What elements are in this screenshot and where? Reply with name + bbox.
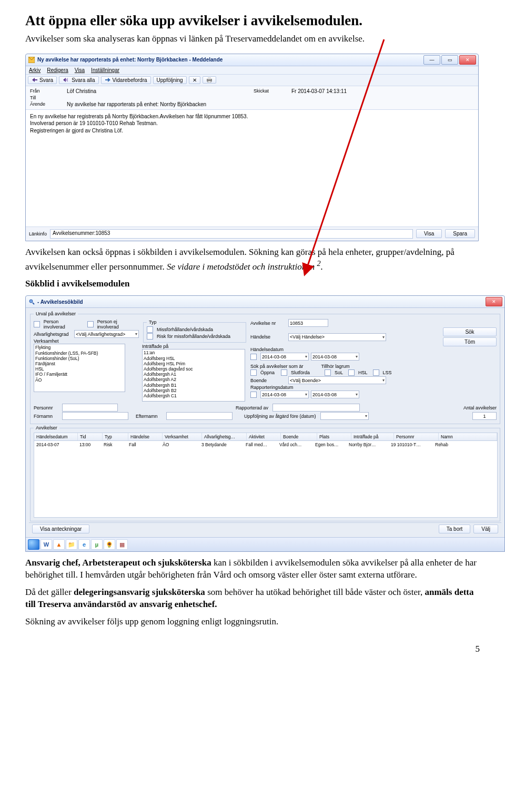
boende-select[interactable]: <Välj Boende> — [288, 376, 386, 384]
paragraph-5: Sökning av avvikelser följs upp genom lo… — [25, 616, 480, 628]
to-label: Till — [30, 95, 63, 100]
oppna-checkbox[interactable] — [250, 369, 257, 376]
app-icon-2[interactable]: ▦ — [116, 539, 128, 550]
to-value — [67, 95, 249, 100]
typ-risk-checkbox[interactable] — [147, 333, 153, 340]
from-value: Löf Christina — [67, 88, 249, 94]
efternamn-input[interactable] — [166, 412, 233, 420]
sol-checkbox[interactable] — [325, 369, 331, 376]
rapporterad-av-input[interactable] — [272, 404, 360, 412]
subject-value: Ny avvikelse har rapporterats på enhet: … — [67, 101, 474, 107]
delete-icon: ✕ — [193, 77, 197, 83]
page-title: Att öppna eller söka upp avvikelser i av… — [25, 13, 480, 29]
visa-anteckningar-button[interactable]: Visa anteckningar — [32, 525, 89, 533]
avvikelse-nr-input[interactable]: 10853 — [288, 319, 328, 327]
sunflower-icon[interactable]: 🌻 — [104, 539, 115, 550]
print-icon — [206, 77, 213, 83]
paragraph-3: Ansvarig chef, Arbetsterapeut och sjuksk… — [25, 557, 480, 581]
vidarebefordra-button[interactable]: Vidarebefordra — [101, 76, 151, 84]
avvikelser-group: Avvikelser HändelsedatumTidTypHändelseVe… — [30, 425, 500, 521]
maximize-button[interactable]: ▭ — [441, 55, 458, 65]
ta-bort-button[interactable]: Ta bort — [439, 525, 471, 533]
table-row[interactable]: 2014-03-0713:00RiskFallÄO3 BetydandeFall… — [34, 441, 497, 448]
svg-line-0 — [305, 39, 384, 273]
tom-button[interactable]: Töm — [443, 337, 497, 346]
antal-value: 1 — [472, 412, 497, 420]
valj-button[interactable]: Välj — [473, 525, 498, 533]
reply-icon — [32, 77, 38, 83]
forward-icon — [105, 77, 111, 83]
person-involverad-checkbox[interactable] — [34, 321, 40, 327]
folder-icon[interactable]: 📁 — [66, 539, 77, 550]
allvarlighetsgrad-select[interactable]: <Välj Allvarlighetsgrad> — [74, 330, 139, 338]
svg-rect-4 — [208, 81, 211, 83]
handelse-select[interactable]: <Välj Händelse> — [288, 333, 386, 341]
reply-all-icon — [63, 77, 70, 83]
hdatum-from[interactable]: 2014-03-08 — [260, 353, 309, 361]
lss-checkbox[interactable] — [373, 369, 379, 376]
svg-point-5 — [29, 300, 33, 303]
utorrent-icon[interactable]: µ — [91, 539, 103, 550]
svara-button[interactable]: Svara — [28, 76, 57, 84]
sok-button[interactable]: Sök — [443, 327, 497, 336]
verksamhet-listbox[interactable]: FlyktingFunktionshinder (LSS, PA-SFB)Fun… — [34, 344, 125, 392]
close-button[interactable]: ✕ — [486, 297, 502, 306]
svg-line-6 — [33, 303, 34, 304]
paragraph-1: Avvikelsen kan också öppnas i sökbilden … — [25, 246, 480, 273]
hdatum-checkbox[interactable] — [250, 354, 257, 360]
intraffade-listbox[interactable]: 11:anAdolfsberg HSLAdolfsberg HSL PrimAd… — [142, 349, 245, 402]
fornamn-input[interactable] — [62, 412, 128, 420]
pointer-arrow — [295, 37, 389, 279]
paragraph-4: Då det gäller delegeringsansvarig sjuksk… — [25, 587, 480, 611]
spara-button[interactable]: Spara — [445, 229, 475, 238]
from-label: Från — [30, 88, 63, 94]
person-ej-involverad-checkbox[interactable] — [87, 321, 94, 327]
menu-redigera[interactable]: Redigera — [47, 67, 68, 73]
slutforda-checkbox[interactable] — [281, 369, 287, 376]
lead-paragraph: Avvikelser som ska analyseras kan öppnas… — [25, 33, 480, 45]
menu-arkiv[interactable]: Arkiv — [29, 67, 41, 73]
urval-group: Urval på avvikelser Person involverad Pe… — [30, 311, 500, 424]
visa-button[interactable]: Visa — [416, 229, 442, 238]
hsl-checkbox[interactable] — [348, 369, 355, 376]
rappdatum-checkbox[interactable] — [250, 392, 257, 398]
hdatum-to[interactable]: 2014-03-08 — [311, 353, 359, 361]
sent-label: Skickat — [254, 88, 287, 94]
message-window: Ny avvikelse har rapporterats på enhet: … — [25, 54, 479, 241]
message-body: En ny avvikelse har registrerats på Norr… — [26, 110, 478, 227]
print-button[interactable] — [203, 76, 216, 84]
search-app-icon — [28, 298, 35, 305]
rappdatum-from[interactable]: 2014-03-08 — [260, 390, 309, 398]
uppfoljning-button[interactable]: Uppföljning — [153, 76, 187, 84]
svara-alla-button[interactable]: Svara alla — [59, 76, 98, 84]
vlc-icon[interactable]: ▲ — [53, 539, 65, 550]
ie-icon[interactable]: e — [78, 539, 90, 550]
rappdatum-to[interactable]: 2014-03-08 — [311, 390, 359, 398]
personnr-input[interactable] — [62, 404, 118, 412]
menubar: Arkiv Redigera Visa Inställningar — [26, 66, 478, 75]
minimize-button[interactable]: — — [423, 55, 440, 65]
paragraph-2: Sökblid i avvikelsemodulen — [25, 278, 480, 290]
menu-installningar[interactable]: Inställningar — [91, 67, 119, 73]
typ-miss-checkbox[interactable] — [147, 326, 153, 333]
results-table[interactable]: HändelsedatumTidTypHändelseVerksamhetAll… — [34, 433, 498, 518]
svg-rect-3 — [208, 77, 211, 79]
close-button[interactable]: ✕ — [459, 55, 476, 65]
word-icon[interactable]: W — [41, 539, 52, 550]
menu-visa[interactable]: Visa — [75, 67, 85, 73]
linkinfo-label: Länkinfo — [29, 231, 47, 237]
search-window: - Avvikelsesökbild ✕ Urval på avvikelser… — [25, 295, 505, 552]
search-window-title: - Avvikelsesökbild — [37, 299, 486, 305]
delete-button[interactable]: ✕ — [189, 76, 200, 84]
app-icon — [28, 56, 35, 64]
page-number: 5 — [25, 644, 480, 654]
start-icon[interactable] — [28, 539, 39, 550]
uppfoljning-date[interactable] — [320, 412, 369, 420]
taskbar: W ▲ 📁 e µ 🌻 ▦ — [26, 537, 504, 551]
subject-label: Ärende — [30, 101, 63, 107]
